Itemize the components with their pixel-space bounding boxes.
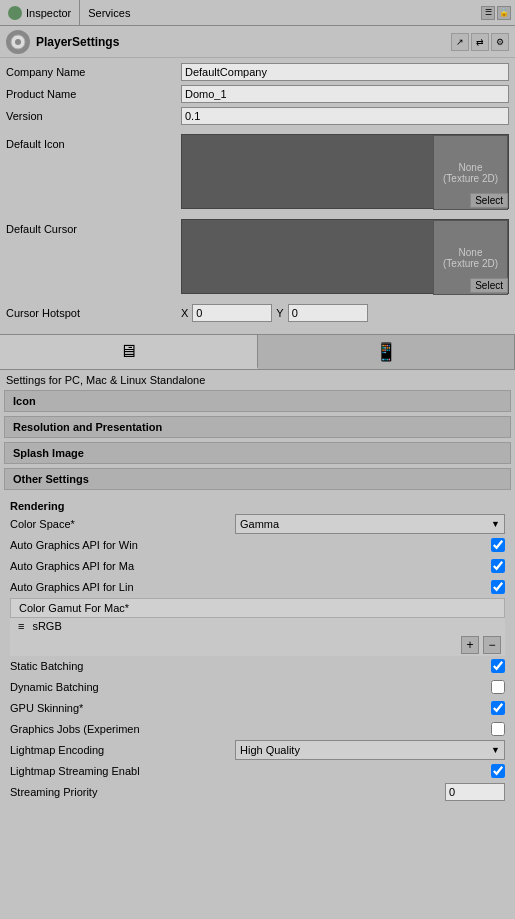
panel-header: PlayerSettings ↗ ⇄ ⚙: [0, 26, 515, 58]
auto-graphics-lin-row: Auto Graphics API for Lin: [10, 577, 505, 597]
splash-section-wrapper: Splash Image: [0, 442, 515, 468]
color-space-dropdown[interactable]: Gamma ▼: [235, 514, 505, 534]
company-name-label: Company Name: [6, 66, 181, 78]
company-name-input[interactable]: [181, 63, 509, 81]
gpu-skinning-checkbox[interactable]: [491, 701, 505, 715]
player-settings-icon: [6, 30, 30, 54]
pc-icon: 🖥: [119, 341, 137, 362]
lightmap-streaming-label: Lightmap Streaming Enabl: [10, 765, 491, 777]
header-buttons: ↗ ⇄ ⚙: [451, 33, 509, 51]
fields-section: Company Name Product Name Version: [0, 58, 515, 132]
product-name-row: Product Name: [6, 84, 509, 104]
cursor-hotspot-section: Cursor Hotspot X Y: [0, 302, 515, 330]
color-space-value: Gamma: [240, 518, 279, 530]
default-cursor-section: Default Cursor None(Texture 2D) Select: [0, 217, 515, 302]
auto-graphics-mac-row: Auto Graphics API for Ma: [10, 556, 505, 576]
tab-menu-button[interactable]: ☰: [481, 6, 495, 20]
other-settings-content: Rendering Color Space* Gamma ▼ Auto Grap…: [4, 492, 511, 807]
version-label: Version: [6, 110, 181, 122]
inspector-icon: [8, 6, 22, 20]
default-icon-none-label: None(Texture 2D): [443, 162, 498, 184]
color-space-arrow: ▼: [491, 519, 500, 529]
gamut-controls: + −: [10, 634, 505, 656]
hotspot-y-input[interactable]: [288, 304, 368, 322]
default-icon-row: Default Icon None(Texture 2D) Select: [6, 134, 509, 209]
settings-platform-label: Settings for PC, Mac & Linux Standalone: [0, 370, 515, 390]
cursor-select-button[interactable]: Select: [470, 278, 508, 293]
static-batching-row: Static Batching: [10, 656, 505, 676]
default-cursor-label: Default Cursor: [6, 219, 181, 235]
version-row: Version: [6, 106, 509, 126]
dynamic-batching-checkbox[interactable]: [491, 680, 505, 694]
y-label: Y: [276, 307, 283, 319]
icon-section-wrapper: Icon: [0, 390, 515, 416]
static-batching-checkbox[interactable]: [491, 659, 505, 673]
lightmap-encoding-dropdown[interactable]: High Quality ▼: [235, 740, 505, 760]
default-icon-label: Default Icon: [6, 134, 181, 150]
section-header-splash[interactable]: Splash Image: [4, 442, 511, 464]
product-name-input[interactable]: [181, 85, 509, 103]
gamut-remove-button[interactable]: −: [483, 636, 501, 654]
section-header-resolution[interactable]: Resolution and Presentation: [4, 416, 511, 438]
platform-tab-android[interactable]: 📱: [258, 335, 516, 369]
lightmap-streaming-checkbox[interactable]: [491, 764, 505, 778]
tab-lock-button[interactable]: 🔒: [497, 6, 511, 20]
streaming-priority-input[interactable]: [445, 783, 505, 801]
gpu-skinning-row: GPU Skinning*: [10, 698, 505, 718]
cursor-none-label: None(Texture 2D): [443, 247, 498, 269]
graphics-jobs-label: Graphics Jobs (Experimen: [10, 723, 491, 735]
color-gamut-srgb-item: ≡ sRGB: [10, 618, 505, 634]
tab-controls: ☰ 🔒: [481, 6, 515, 20]
default-icon-preview: None(Texture 2D) Select: [181, 134, 509, 209]
cursor-hotspot-row: Cursor Hotspot X Y: [6, 304, 509, 322]
layout-button[interactable]: ⇄: [471, 33, 489, 51]
lightmap-encoding-arrow: ▼: [491, 745, 500, 755]
auto-graphics-win-checkbox[interactable]: [491, 538, 505, 552]
default-icon-select-button[interactable]: Select: [470, 193, 508, 208]
default-cursor-row: Default Cursor None(Texture 2D) Select: [6, 219, 509, 294]
tab-inspector[interactable]: Inspector: [0, 0, 80, 25]
dynamic-batching-label: Dynamic Batching: [10, 681, 491, 693]
settings-button[interactable]: ⚙: [491, 33, 509, 51]
gpu-skinning-label: GPU Skinning*: [10, 702, 491, 714]
tab-services[interactable]: Services: [80, 0, 138, 25]
company-name-row: Company Name: [6, 62, 509, 82]
color-space-row: Color Space* Gamma ▼: [10, 514, 505, 534]
auto-graphics-mac-checkbox[interactable]: [491, 559, 505, 573]
open-button[interactable]: ↗: [451, 33, 469, 51]
section-resolution-label: Resolution and Presentation: [13, 421, 162, 433]
platform-label-text: Settings for PC, Mac & Linux Standalone: [6, 374, 205, 386]
lightmap-streaming-row: Lightmap Streaming Enabl: [10, 761, 505, 781]
section-header-icon[interactable]: Icon: [4, 390, 511, 412]
auto-graphics-mac-label: Auto Graphics API for Ma: [10, 560, 491, 572]
version-input[interactable]: [181, 107, 509, 125]
lightmap-encoding-label: Lightmap Encoding: [10, 744, 235, 756]
x-label: X: [181, 307, 188, 319]
platform-tabs: 🖥 📱: [0, 334, 515, 370]
other-settings-wrapper: Other Settings Rendering Color Space* Ga…: [0, 468, 515, 809]
tab-services-label: Services: [88, 7, 130, 19]
hotspot-x-input[interactable]: [192, 304, 272, 322]
gamut-add-button[interactable]: +: [461, 636, 479, 654]
graphics-jobs-checkbox[interactable]: [491, 722, 505, 736]
section-header-other[interactable]: Other Settings: [4, 468, 511, 490]
lightmap-encoding-value: High Quality: [240, 744, 300, 756]
cursor-hotspot-label: Cursor Hotspot: [6, 307, 181, 319]
resolution-section-wrapper: Resolution and Presentation: [0, 416, 515, 442]
auto-graphics-lin-checkbox[interactable]: [491, 580, 505, 594]
srgb-label: sRGB: [32, 620, 61, 632]
product-name-label: Product Name: [6, 88, 181, 100]
color-space-label: Color Space*: [10, 518, 235, 530]
platform-tab-pc[interactable]: 🖥: [0, 335, 258, 369]
rendering-title: Rendering: [10, 496, 505, 514]
dynamic-batching-row: Dynamic Batching: [10, 677, 505, 697]
section-other-label: Other Settings: [13, 473, 89, 485]
streaming-priority-row: Streaming Priority: [10, 782, 505, 802]
default-icon-section: Default Icon None(Texture 2D) Select: [0, 132, 515, 217]
android-icon: 📱: [375, 341, 397, 363]
graphics-jobs-row: Graphics Jobs (Experimen: [10, 719, 505, 739]
tab-inspector-label: Inspector: [26, 7, 71, 19]
section-icon-label: Icon: [13, 395, 36, 407]
static-batching-label: Static Batching: [10, 660, 491, 672]
streaming-priority-label: Streaming Priority: [10, 786, 445, 798]
